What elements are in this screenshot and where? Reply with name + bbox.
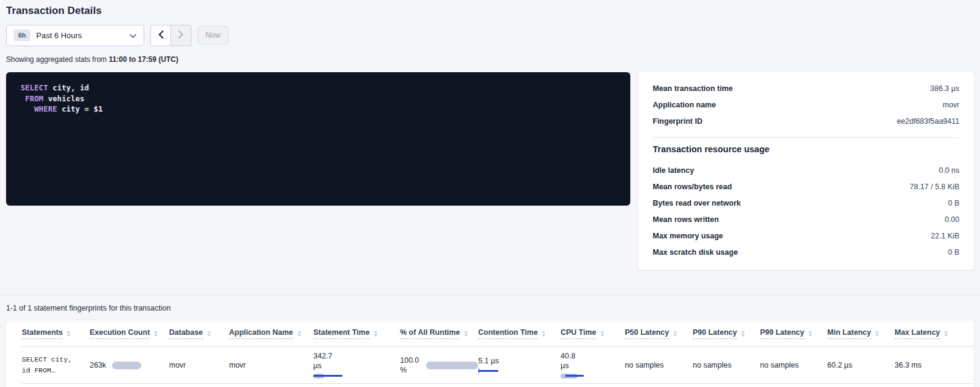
column-header-statements[interactable]: Statements: [22, 328, 90, 339]
application-name-cell: movr: [229, 361, 313, 369]
summary-divider: [653, 137, 959, 138]
pct-runtime-value: 100.0: [400, 356, 419, 365]
column-header-p50-latency[interactable]: P50 Latency: [625, 328, 693, 339]
sort-icon[interactable]: [207, 331, 211, 337]
cpu-time-bar: [561, 373, 584, 379]
resource-row: Max memory usage 22.1 KiB: [653, 227, 959, 244]
sort-icon[interactable]: [298, 331, 301, 337]
statement-link[interactable]: SELECT city, id FROM…: [22, 354, 90, 376]
chevron-down-icon: [130, 30, 136, 41]
sort-icon[interactable]: [374, 331, 378, 337]
resource-value: 22.1 KiB: [931, 232, 959, 240]
resource-value: 78.17 / 5.8 KiB: [910, 183, 959, 191]
sort-icon[interactable]: [542, 331, 545, 337]
time-range-label: Past 6 Hours: [36, 31, 124, 40]
summary-value: ee2df683f5aa9411: [897, 117, 959, 126]
resource-label: Idle latency: [653, 166, 694, 175]
summary-label: Mean transaction time: [653, 84, 733, 93]
column-header-statement-time[interactable]: Statement Time: [313, 328, 400, 339]
cpu-time-unit: µs: [561, 362, 625, 370]
cpu-time-value: 40.8: [561, 352, 625, 360]
sort-icon[interactable]: [67, 331, 70, 337]
section-divider: [0, 295, 980, 295]
sort-icon[interactable]: [154, 331, 158, 337]
chevron-left-icon: [158, 30, 164, 41]
chevron-right-icon: [178, 30, 184, 41]
resource-label: Bytes read over network: [653, 199, 741, 207]
statement-time-value: 342.7: [313, 352, 400, 360]
column-header-cpu-time[interactable]: CPU Time: [561, 328, 625, 339]
stats-line-prefix: Showing aggregated stats from: [6, 55, 108, 64]
sort-icon[interactable]: [464, 331, 468, 337]
statements-table: Statements Execution Count Database Appl…: [6, 320, 974, 387]
resource-label: Mean rows/bytes read: [653, 183, 732, 191]
mean-line: [313, 375, 342, 377]
sql-box: SELECT city, id FROM vehicles WHERE city…: [6, 72, 630, 206]
now-button[interactable]: Now: [198, 26, 228, 44]
column-header-pct-runtime[interactable]: % of All Runtime: [400, 328, 478, 339]
summary-row: Application name movr: [653, 96, 959, 113]
statement-time-unit: µs: [313, 362, 400, 370]
pct-runtime-unit: %: [400, 366, 419, 374]
sort-icon[interactable]: [944, 331, 948, 337]
transaction-details-page: Transaction Details 6h Past 6 Hours Now: [0, 5, 980, 387]
pct-runtime-bar: [426, 362, 478, 369]
resource-value: 0 B: [948, 199, 959, 207]
column-header-p90-latency[interactable]: P90 Latency: [693, 328, 760, 339]
resource-row: Bytes read over network 0 B: [653, 195, 959, 211]
column-header-max-latency[interactable]: Max Latency: [895, 328, 974, 339]
column-header-application-name[interactable]: Application Name: [229, 328, 313, 339]
p50-latency-cell: no samples: [625, 361, 693, 369]
aggregated-stats-line: Showing aggregated stats from 11:00 to 1…: [6, 55, 974, 64]
prev-time-button[interactable]: [150, 25, 171, 46]
contention-time-bar: [478, 368, 499, 374]
p99-latency-cell: no samples: [760, 361, 827, 369]
column-header-contention-time[interactable]: Contention Time: [478, 328, 561, 339]
database-cell: movr: [169, 361, 229, 369]
stats-line-range: 11:00 to 17:59 (UTC): [108, 55, 178, 64]
time-range-badge: 6h: [14, 29, 30, 41]
contention-time-cell: 5.1 µs: [478, 357, 561, 374]
resource-row: Max scratch disk usage 0 B: [653, 244, 959, 260]
details-main: SELECT city, id FROM vehicles WHERE city…: [6, 72, 974, 270]
time-range-dropdown[interactable]: 6h Past 6 Hours: [6, 25, 144, 46]
next-time-button[interactable]: [171, 25, 192, 46]
resource-row: Mean rows/bytes read 78.17 / 5.8 KiB: [653, 178, 959, 195]
resource-label: Max memory usage: [653, 232, 723, 240]
resource-row: Mean rows written 0.00: [653, 211, 959, 227]
sort-icon[interactable]: [601, 331, 604, 337]
sort-icon[interactable]: [875, 331, 879, 337]
resource-label: Mean rows written: [653, 215, 719, 224]
summary-value: 386.3 µs: [930, 84, 959, 93]
resource-value: 0.0 ns: [939, 166, 959, 175]
table-row: SELECT city, id FROM… 263k movr movr 342…: [22, 347, 974, 384]
execution-count-bar: [112, 362, 141, 369]
column-header-p99-latency[interactable]: P99 Latency: [760, 328, 827, 339]
page-title: Transaction Details: [6, 5, 974, 17]
sort-icon[interactable]: [808, 331, 812, 337]
sort-icon[interactable]: [741, 331, 745, 337]
column-header-database[interactable]: Database: [169, 328, 229, 339]
sort-icon[interactable]: [673, 331, 677, 337]
summary-label: Fingerprint ID: [653, 117, 702, 126]
execution-count-cell: 263k: [90, 361, 169, 369]
resource-value: 0 B: [948, 248, 959, 257]
summary-value: movr: [942, 101, 959, 109]
statements-caption: 1-1 of 1 statement fingerprints for this…: [6, 304, 974, 312]
sql-code: SELECT city, id FROM vehicles WHERE city…: [21, 82, 616, 115]
pct-runtime-cell: 100.0 %: [400, 356, 478, 374]
contention-time-value: 5.1 µs: [478, 357, 499, 365]
mean-line: [565, 375, 584, 377]
max-latency-cell: 36.3 ms: [895, 361, 974, 369]
table-header-row: Statements Execution Count Database Appl…: [22, 320, 974, 347]
column-header-min-latency[interactable]: Min Latency: [827, 328, 895, 339]
summary-row: Fingerprint ID ee2df683f5aa9411: [653, 113, 959, 129]
summary-row: Mean transaction time 386.3 µs: [653, 80, 959, 96]
column-header-execution-count[interactable]: Execution Count: [90, 328, 169, 339]
mean-line: [478, 370, 498, 372]
execution-count-value: 263k: [90, 361, 106, 369]
summary-label: Application name: [653, 101, 716, 109]
statement-time-cell: 342.7 µs: [313, 352, 400, 379]
resource-value: 0.00: [945, 215, 959, 224]
resource-usage-heading: Transaction resource usage: [653, 144, 959, 154]
